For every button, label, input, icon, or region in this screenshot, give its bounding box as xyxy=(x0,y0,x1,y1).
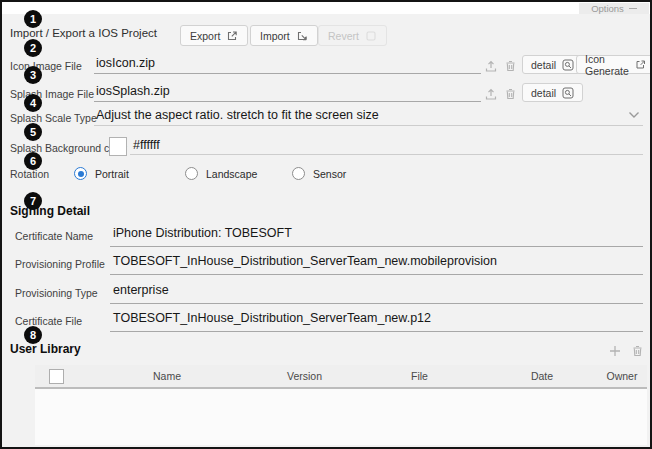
options-label: Options xyxy=(591,3,624,14)
icon-image-file-label: Icon Image File xyxy=(10,60,82,72)
import-button-label: Import xyxy=(260,30,290,42)
icon-image-delete-icon[interactable] xyxy=(502,58,518,74)
column-header-file[interactable]: File xyxy=(352,370,487,382)
splash-image-file-label: Splash Image File xyxy=(10,88,94,100)
certificate-file-label: Certificate File xyxy=(15,315,82,327)
icon-image-file-value[interactable]: iosIcon.zip xyxy=(96,56,155,70)
annotation-badge-8: 8 xyxy=(24,326,42,344)
select-all-checkbox[interactable] xyxy=(49,369,64,384)
magnifier-icon xyxy=(562,59,574,71)
select-all-cell xyxy=(35,369,77,384)
export-button-label: Export xyxy=(190,30,220,42)
delete-library-icon[interactable] xyxy=(629,343,645,359)
splash-image-upload-icon[interactable] xyxy=(483,86,499,102)
splash-detail-label: detail xyxy=(531,87,556,99)
annotation-badge-6: 6 xyxy=(24,152,42,170)
rotation-label: Rotation xyxy=(10,168,49,180)
annotation-badge-5: 5 xyxy=(24,123,42,141)
splash-scale-type-label: Splash Scale Type xyxy=(10,112,97,124)
splash-detail-button[interactable]: detail xyxy=(522,83,583,102)
icon-image-file-underline xyxy=(94,73,481,74)
icon-generate-button[interactable]: Icon Generate xyxy=(576,55,652,74)
user-library-header: User Library xyxy=(10,342,81,356)
radio-portrait[interactable] xyxy=(74,167,87,180)
import-button[interactable]: Import xyxy=(250,25,318,46)
column-header-date[interactable]: Date xyxy=(487,370,597,382)
certificate-name-value[interactable]: iPhone Distribution: TOBESOFT xyxy=(113,226,292,240)
radio-sensor[interactable] xyxy=(292,167,305,180)
generate-icon xyxy=(635,59,646,70)
splash-scale-underline xyxy=(94,125,643,126)
options-button[interactable]: Options xyxy=(579,3,649,14)
annotation-badge-4: 4 xyxy=(24,94,42,112)
certificate-name-label: Certificate Name xyxy=(15,230,93,242)
chevron-down-icon[interactable] xyxy=(628,111,640,119)
table-body-empty xyxy=(35,389,647,445)
splash-image-delete-icon[interactable] xyxy=(502,86,518,102)
export-icon xyxy=(226,30,238,42)
provisioning-profile-value[interactable]: TOBESOFT_InHouse_Distribution_ServerTeam… xyxy=(113,254,497,268)
radio-sensor-label[interactable]: Sensor xyxy=(313,168,346,180)
provisioning-profile-label: Provisioning Profile xyxy=(15,258,105,270)
collapse-icon xyxy=(629,8,637,10)
provisioning-type-underline xyxy=(110,303,643,304)
icon-image-upload-icon[interactable] xyxy=(483,58,499,74)
export-button[interactable]: Export xyxy=(180,25,248,46)
splash-bg-underline xyxy=(130,154,643,155)
radio-landscape-label[interactable]: Landscape xyxy=(206,168,257,180)
user-library-table: Name Version File Date Owner xyxy=(35,365,647,445)
column-header-version[interactable]: Version xyxy=(257,370,352,382)
ios-project-settings-panel: Options 1 2 3 4 5 6 7 8 Import / Export … xyxy=(0,0,652,449)
magnifier-icon xyxy=(562,87,574,99)
certificate-file-underline xyxy=(110,331,643,332)
annotation-badge-7: 7 xyxy=(24,192,42,210)
icon-detail-button[interactable]: detail xyxy=(522,55,583,74)
revert-icon xyxy=(365,30,377,42)
provisioning-type-label: Provisioning Type xyxy=(15,287,98,299)
provisioning-profile-underline xyxy=(110,274,643,275)
icon-detail-label: detail xyxy=(531,59,556,71)
annotation-badge-3: 3 xyxy=(24,66,42,84)
radio-landscape[interactable] xyxy=(185,167,198,180)
splash-scale-type-value[interactable]: Adjust the aspect ratio. stretch to fit … xyxy=(96,108,379,122)
annotation-badge-1: 1 xyxy=(24,10,42,28)
splash-bg-color-value[interactable]: #ffffff xyxy=(133,138,160,152)
signing-detail-header: Signing Detail xyxy=(10,204,90,218)
color-swatch[interactable] xyxy=(109,137,127,156)
add-library-icon[interactable] xyxy=(607,343,623,359)
certificate-file-value[interactable]: TOBESOFT_InHouse_Distribution_ServerTeam… xyxy=(113,311,431,325)
revert-button-label: Revert xyxy=(328,30,359,42)
table-header-row: Name Version File Date Owner xyxy=(35,365,647,389)
radio-portrait-label[interactable]: Portrait xyxy=(95,168,129,180)
import-icon xyxy=(296,30,308,42)
column-header-name[interactable]: Name xyxy=(77,370,257,382)
column-header-owner[interactable]: Owner xyxy=(597,370,647,382)
page-title: Import / Export a IOS Project xyxy=(10,27,157,39)
annotation-badge-2: 2 xyxy=(24,39,42,57)
revert-button[interactable]: Revert xyxy=(318,25,387,46)
provisioning-type-value[interactable]: enterprise xyxy=(113,283,169,297)
certificate-name-underline xyxy=(110,246,643,247)
splash-image-file-value[interactable]: iosSplash.zip xyxy=(96,84,170,98)
icon-generate-label: Icon Generate xyxy=(585,53,629,77)
splash-image-file-underline xyxy=(94,101,481,102)
top-bar xyxy=(2,2,650,14)
